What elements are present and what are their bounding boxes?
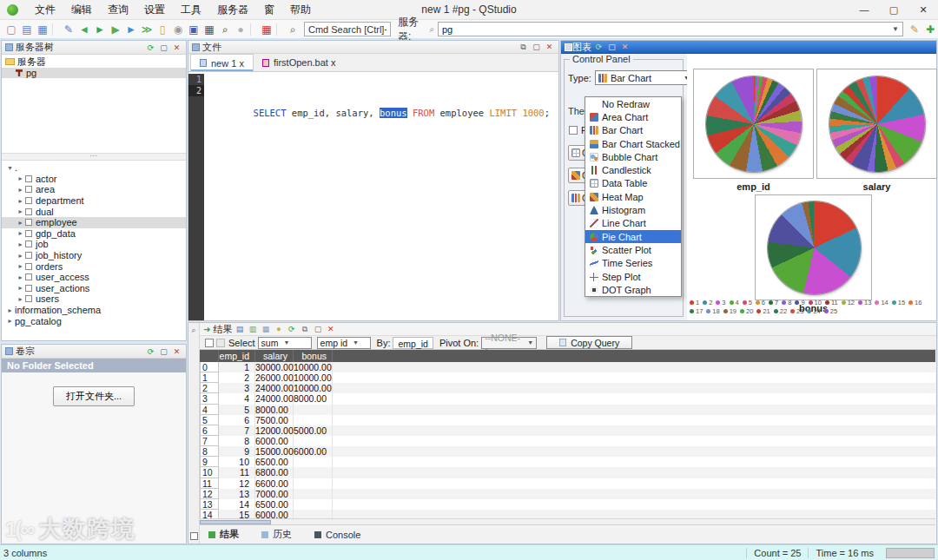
column-select[interactable]: emp id▼: [317, 337, 371, 349]
dropdown-item[interactable]: Bubble Chart: [585, 150, 681, 163]
close-icon[interactable]: ✕: [619, 43, 631, 51]
tree-collapsed-icon[interactable]: ▸: [16, 219, 25, 227]
cmd-search-input[interactable]: [304, 22, 391, 36]
close-icon[interactable]: ✕: [325, 325, 336, 333]
server-combobox[interactable]: pg ▼: [438, 22, 903, 36]
dropdown-item[interactable]: DOT Graph: [585, 283, 681, 296]
tree-collapsed-icon[interactable]: ▸: [5, 317, 15, 325]
table-row[interactable]: 9 10 6500.00: [200, 457, 935, 467]
tree-node-servers[interactable]: 服务器: [2, 56, 186, 68]
close-icon[interactable]: ✕: [171, 43, 182, 52]
search-icon[interactable]: ⌕: [285, 22, 301, 37]
run-all-icon[interactable]: ≫: [139, 22, 155, 37]
minimize-button[interactable]: —: [849, 0, 879, 20]
table-row[interactable]: 13 14 6500.00: [200, 499, 935, 510]
copy-query-button[interactable]: Copy Query: [546, 336, 632, 349]
tree-node-schema[interactable]: ▸ information_schema: [2, 305, 186, 316]
menu-item[interactable]: 设置: [136, 0, 173, 20]
tree-node-table[interactable]: ▸ users: [2, 293, 186, 305]
table-row[interactable]: 3 4 24000.00 8000.00: [200, 393, 935, 404]
tree-collapsed-icon[interactable]: ▸: [16, 229, 25, 237]
dropdown-item[interactable]: Data Table: [585, 177, 681, 190]
tree-collapsed-icon[interactable]: ▸: [16, 273, 25, 281]
dropdown-item[interactable]: Scatter Plot: [585, 243, 681, 256]
save-icon[interactable]: ▦: [35, 22, 50, 37]
maximize-icon[interactable]: ▢: [312, 325, 323, 333]
tree-node-root[interactable]: ▾ .: [2, 162, 186, 174]
sql-editor[interactable]: 12 SELECT emp_id, salary, bonus FROM emp…: [188, 74, 558, 320]
table-row[interactable]: 7 8 6000.00: [200, 436, 935, 446]
refresh-icon[interactable]: ⟳: [145, 43, 156, 52]
restore-icon[interactable]: ⧉: [518, 43, 529, 52]
tree-collapsed-icon[interactable]: ▸: [16, 186, 25, 194]
dropdown-item[interactable]: Heat Map: [585, 190, 681, 203]
server-console-icon[interactable]: ▦: [201, 22, 217, 37]
tree-collapsed-icon[interactable]: ▸: [16, 262, 25, 270]
separator[interactable]: [250, 23, 256, 36]
aggregate-select[interactable]: sum▼: [258, 337, 312, 349]
column-header[interactable]: emp_id: [219, 350, 255, 362]
tree-node-table[interactable]: ▸ employee: [2, 217, 186, 228]
maximize-button[interactable]: ▢: [879, 0, 908, 20]
find-server-icon[interactable]: ⌕: [217, 22, 233, 37]
table-row[interactable]: 2 3 24000.00 10000.00: [200, 383, 935, 393]
tree-node-table[interactable]: ▸ actor: [2, 174, 186, 185]
paste-icon[interactable]: ▯: [155, 22, 170, 37]
tree-node-table[interactable]: ▸ area: [2, 184, 186, 195]
pie-chart-salary[interactable]: [829, 76, 925, 172]
column-header[interactable]: salary: [255, 350, 294, 362]
save-result-icon[interactable]: ▥: [247, 325, 258, 333]
edit-icon[interactable]: ✎: [61, 22, 76, 37]
select-checkbox[interactable]: [205, 339, 214, 347]
maximize-icon[interactable]: ▢: [158, 347, 169, 356]
tree-collapsed-icon[interactable]: ▸: [16, 175, 25, 182]
dropdown-item[interactable]: Step Plot: [585, 270, 681, 283]
dropdown-item[interactable]: No Redraw: [585, 97, 681, 110]
new-file-icon[interactable]: ▢: [3, 22, 19, 37]
run-query-icon[interactable]: ►: [92, 22, 108, 37]
editor-tab[interactable]: firstOpen.bat x: [254, 54, 345, 71]
tree-node-table[interactable]: ▸ orders: [2, 260, 186, 272]
separator[interactable]: [276, 23, 282, 36]
menu-item[interactable]: 查询: [100, 0, 136, 20]
tree-node-table[interactable]: ▸ job_history: [2, 250, 186, 261]
refresh-icon[interactable]: ⟳: [286, 325, 297, 333]
table-row[interactable]: 8 9 15000.00 6000.00: [200, 446, 935, 457]
dropdown-item[interactable]: Time Series: [585, 257, 681, 270]
refresh-icon[interactable]: ⟳: [593, 43, 604, 51]
copy-result-icon[interactable]: ▦: [260, 325, 271, 333]
table-row[interactable]: 11 12 6600.00: [200, 478, 935, 489]
menu-item[interactable]: 服务器: [209, 0, 256, 20]
tree-node-table[interactable]: ▸ gdp_data: [2, 228, 186, 240]
open-folder-button[interactable]: 打开文件夹...: [53, 386, 135, 406]
bottom-tab[interactable]: 历史: [261, 528, 292, 541]
dropdown-item[interactable]: Area Chart: [585, 110, 681, 123]
search-icon[interactable]: ⌕: [188, 326, 199, 335]
table-row[interactable]: 14 15 6000.00: [200, 510, 935, 518]
maximize-icon[interactable]: ▢: [606, 43, 618, 51]
tree-node-server-pg[interactable]: pg: [2, 68, 186, 79]
run-script-icon[interactable]: ▶: [108, 22, 123, 37]
menu-item[interactable]: 编辑: [63, 0, 100, 20]
bottom-tab[interactable]: 结果: [208, 528, 239, 541]
dropdown-item[interactable]: Line Chart: [585, 217, 681, 230]
maximize-icon[interactable]: ▢: [158, 43, 169, 52]
table-row[interactable]: 6 7 12000.00 5000.00: [200, 425, 935, 436]
tree-node-table[interactable]: ▸ dual: [2, 206, 186, 217]
close-button[interactable]: ✕: [908, 0, 938, 20]
float-icon[interactable]: ⧉: [299, 325, 310, 334]
tree-collapsed-icon[interactable]: ▸: [16, 252, 25, 260]
menu-item[interactable]: 帮助: [282, 0, 319, 20]
pivot-select[interactable]: --NONE--▼: [481, 337, 537, 349]
pie-chart-bonus[interactable]: [768, 201, 861, 294]
record-icon[interactable]: ●: [233, 22, 248, 37]
tree-collapsed-icon[interactable]: ▸: [5, 306, 15, 314]
table-row[interactable]: 12 13 7000.00: [200, 489, 935, 499]
table-row[interactable]: 10 11 6800.00: [200, 467, 935, 478]
tree-node-table[interactable]: ▸ user_access: [2, 272, 186, 283]
tree-node-schema[interactable]: ▸ pg_catalog: [2, 315, 186, 326]
open-file-icon[interactable]: ▤: [19, 22, 35, 37]
coin-icon[interactable]: ●: [273, 325, 284, 333]
run-line-icon[interactable]: ►: [123, 22, 139, 37]
checkbox-icon[interactable]: [569, 126, 578, 135]
